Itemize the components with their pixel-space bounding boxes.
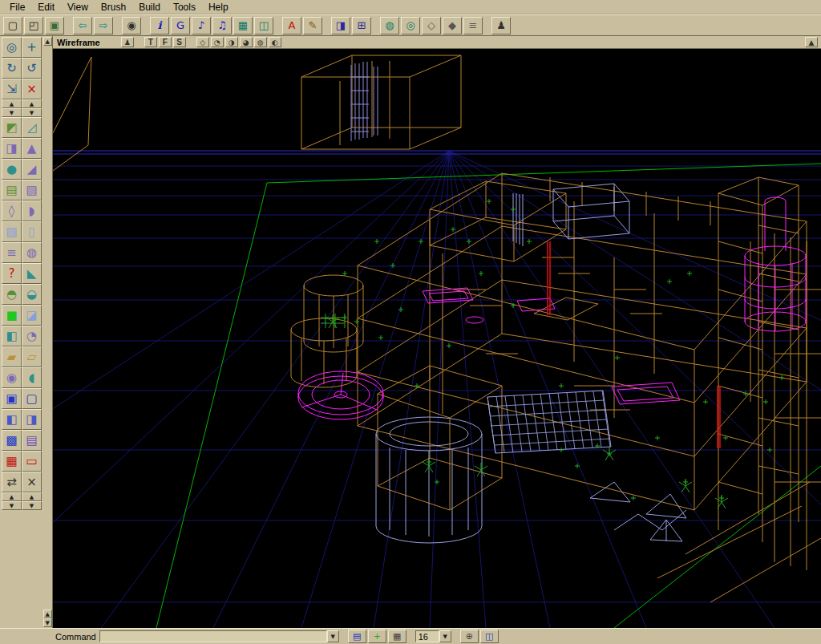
toolbox-section-up-button[interactable]: ▲ <box>22 492 42 501</box>
toolbox-section-up-button[interactable]: ▲ <box>2 492 22 501</box>
menu-brush[interactable]: Brush <box>95 1 132 14</box>
zone-portal-mode-button[interactable]: ◐ <box>269 37 281 47</box>
snap-grid-button[interactable]: ▦ <box>388 630 406 643</box>
camera-speed-button[interactable]: ◍ <box>380 17 399 34</box>
window-layout-2-button[interactable]: ⊞ <box>352 17 371 34</box>
rotate-mode-button[interactable]: ↻ <box>2 58 22 79</box>
align-cameras-button[interactable]: ≡ <box>463 17 483 34</box>
menu-view[interactable]: View <box>61 1 95 14</box>
top-view-button[interactable]: T <box>144 37 157 47</box>
search-actors-button[interactable]: ◉ <box>122 17 141 34</box>
add-brush-button[interactable]: ▣ <box>2 388 22 409</box>
undo-button[interactable]: ⇦ <box>73 17 92 34</box>
volumetric-builder-button[interactable]: ▯ <box>22 221 42 242</box>
maximize-viewport-button[interactable]: ◫ <box>480 630 499 643</box>
eraser-builder-button[interactable]: ◪ <box>22 305 42 326</box>
toolbox-section-up-button[interactable]: ▲ <box>22 99 42 108</box>
cube-builder-button[interactable]: ◩ <box>2 117 22 138</box>
sphere-builder-button[interactable]: ● <box>2 159 22 180</box>
log-window-button[interactable]: ▤ <box>348 630 366 643</box>
textured-mode-button[interactable]: ◕ <box>240 37 253 47</box>
perspective-mode-button[interactable]: ◇ <box>196 37 209 47</box>
add-zone-portal-button[interactable]: ▭ <box>22 451 42 472</box>
cone-builder-button[interactable]: ▲ <box>22 138 42 159</box>
menu-build[interactable]: Build <box>132 1 167 14</box>
camera-speed-2-button[interactable]: ◎ <box>401 17 420 34</box>
front-view-button[interactable]: F <box>159 37 172 47</box>
sheet-builder-button[interactable]: ▤ <box>2 180 22 200</box>
mirror-brush-button[interactable]: ⇄ <box>2 472 22 492</box>
wireframe-mode-button[interactable]: ◔ <box>211 37 224 47</box>
add-volume-button[interactable]: ▦ <box>2 451 22 472</box>
menu-file[interactable]: File <box>3 1 31 14</box>
menu-edit[interactable]: Edit <box>31 1 61 14</box>
intersect-brush-button[interactable]: ◧ <box>2 409 22 430</box>
extrude-builder-button[interactable]: ◓ <box>2 284 22 305</box>
wedge-builder-button[interactable]: ◢ <box>22 159 42 180</box>
help-builder-button[interactable]: ? <box>2 263 22 284</box>
stair-builder-button[interactable]: ▧ <box>22 180 42 200</box>
menu-tools[interactable]: Tools <box>167 1 202 14</box>
brush-snap-button[interactable]: ◆ <box>443 17 462 34</box>
overhead-mode-button[interactable]: ◑ <box>225 37 238 47</box>
toolbox-section-down-button[interactable]: ▼ <box>22 501 42 510</box>
window-layout-button[interactable]: ◨ <box>331 17 350 34</box>
vertex-snap-button[interactable]: ◇ <box>422 17 441 34</box>
parallelogram-builder-button[interactable]: ▰ <box>2 346 22 367</box>
camera-mode-button[interactable]: ◎ <box>2 37 22 58</box>
toolbox-section-down-button[interactable]: ▼ <box>2 108 22 117</box>
realtime-preview-button[interactable]: ♟ <box>121 37 134 47</box>
lighting-mode-button[interactable]: ◍ <box>254 37 267 47</box>
arc-builder-button[interactable]: ◔ <box>22 326 42 346</box>
viewport-canvas[interactable] <box>53 49 821 628</box>
curved-stair-builder-button[interactable]: ◗ <box>22 200 42 221</box>
toolbox-scroll-up-button[interactable]: ▲ <box>43 610 52 618</box>
cylinder-builder-button[interactable]: ◨ <box>2 138 22 159</box>
command-dropdown-button[interactable]: ▼ <box>327 630 339 642</box>
linear-stair-builder-button[interactable]: ≡ <box>2 242 22 263</box>
drag-grid-button[interactable]: + <box>368 630 386 643</box>
play-map-button[interactable]: ♟ <box>491 17 511 34</box>
menu-help[interactable]: Help <box>202 1 235 14</box>
grid-size-dropdown-button[interactable]: ▼ <box>439 630 451 642</box>
command-input[interactable] <box>99 630 327 642</box>
rotation-grid-button[interactable]: ⊕ <box>460 630 479 643</box>
script-editor-button[interactable]: G <box>171 17 190 34</box>
vertex-edit-mode-button[interactable]: × <box>22 79 42 99</box>
disc-builder-button[interactable]: ◉ <box>2 367 22 388</box>
mesh-browser-button[interactable]: ◫ <box>254 17 273 34</box>
deselect-all-button[interactable]: × <box>22 472 42 492</box>
save-map-button[interactable]: ▣ <box>45 17 64 34</box>
music-browser-button[interactable]: ♪ <box>192 17 211 34</box>
toolbox-section-up-button[interactable]: ▲ <box>2 99 22 108</box>
scale-mode-button[interactable]: ⇲ <box>2 79 22 99</box>
move-actor-mode-button[interactable]: + <box>22 37 42 58</box>
toolbox-scroll-down-button[interactable]: ▼ <box>43 618 52 627</box>
orbit-mode-button[interactable]: ↺ <box>22 58 42 79</box>
new-map-button[interactable]: ▢ <box>3 17 22 34</box>
prefab-browser-button[interactable]: ✎ <box>303 17 322 34</box>
panel-builder-button[interactable]: ◧ <box>2 326 22 346</box>
torus-builder-button[interactable]: ◍ <box>22 242 42 263</box>
spiral-stair-builder-button[interactable]: ◊ <box>2 200 22 221</box>
curved-sheet-builder-button[interactable]: ◿ <box>22 117 42 138</box>
redo-button[interactable]: ⇨ <box>94 17 113 34</box>
texture-browser-button[interactable]: ▦ <box>233 17 253 34</box>
side-view-button[interactable]: S <box>173 37 186 47</box>
deintersect-brush-button[interactable]: ◨ <box>22 409 42 430</box>
half-disc-builder-button[interactable]: ◖ <box>22 367 42 388</box>
toolbox-section-down-button[interactable]: ▼ <box>2 501 22 510</box>
subtract-brush-button[interactable]: ▢ <box>22 388 42 409</box>
object-properties-button[interactable]: i <box>150 17 169 34</box>
viewport-expand-button[interactable]: ▲ <box>805 37 818 47</box>
tetrahedron-builder-button[interactable]: ◣ <box>22 263 42 284</box>
add-special-brush-button[interactable]: ▩ <box>2 430 22 451</box>
terrain-builder-button[interactable]: ▨ <box>2 221 22 242</box>
toolbox-scroll-up-button[interactable]: ▲ <box>43 37 52 46</box>
actor-class-browser-button[interactable]: A <box>282 17 301 34</box>
open-map-button[interactable]: ◰ <box>24 17 43 34</box>
active-builder-button[interactable]: ■ <box>2 305 22 326</box>
add-mover-brush-button[interactable]: ▤ <box>22 430 42 451</box>
loft-builder-button[interactable]: ◒ <box>22 284 42 305</box>
sound-browser-button[interactable]: ♫ <box>212 17 232 34</box>
